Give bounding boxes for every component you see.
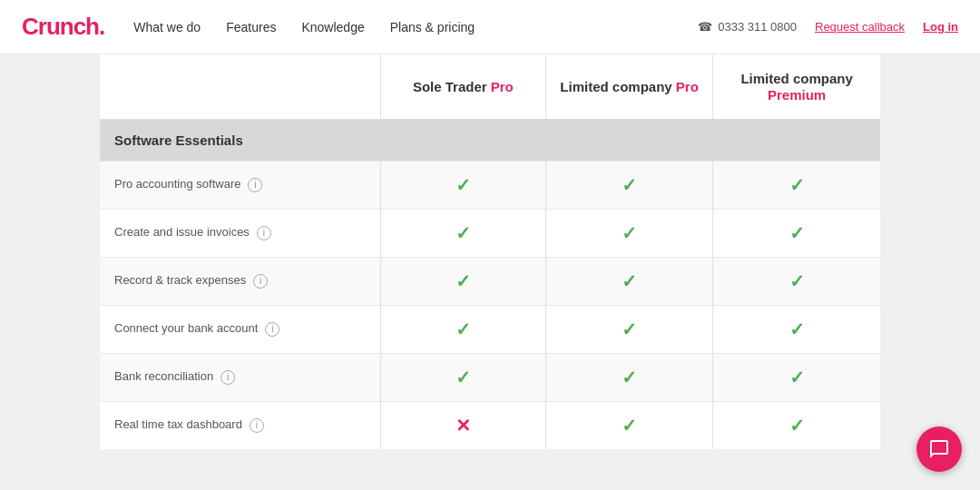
check-cell: ✓ bbox=[545, 257, 712, 305]
table-row: Real time tax dashboard i ✕ ✓ ✓ bbox=[100, 401, 880, 449]
header: Crunch. What we do Features Knowledge Pl… bbox=[0, 0, 980, 54]
table-row: Connect your bank account i ✓ ✓ ✓ bbox=[100, 305, 880, 353]
feature-label-cell: Connect your bank account i bbox=[100, 305, 380, 353]
feature-label-cell: Bank reconciliation i bbox=[100, 353, 380, 401]
nav-what-we-do[interactable]: What we do bbox=[133, 20, 201, 34]
logo: Crunch. bbox=[22, 13, 104, 41]
check-cell: ✓ bbox=[545, 161, 712, 209]
nav: What we do Features Knowledge Plans & pr… bbox=[133, 20, 698, 34]
table-row: Bank reconciliation i ✓ ✓ ✓ bbox=[100, 353, 880, 401]
check-cell: ✓ bbox=[380, 257, 545, 305]
info-icon[interactable]: i bbox=[220, 370, 235, 385]
limited-company-pro-header: Limited company Pro bbox=[545, 54, 712, 119]
check-cell: ✓ bbox=[380, 161, 545, 209]
feature-label-cell: Record & track expenses i bbox=[100, 257, 380, 305]
feature-label-cell: Create and issue invoices i bbox=[100, 209, 380, 257]
info-icon[interactable]: i bbox=[257, 226, 271, 240]
info-icon[interactable]: i bbox=[265, 322, 279, 337]
check-cell: ✓ bbox=[545, 305, 712, 353]
check-cell: ✓ bbox=[380, 353, 545, 401]
check-cell: ✓ bbox=[713, 305, 880, 353]
check-cell: ✓ bbox=[713, 353, 880, 401]
table-row: Create and issue invoices i ✓ ✓ ✓ bbox=[100, 209, 880, 257]
check-cell: ✓ bbox=[713, 209, 880, 257]
column-header-row: Sole Trader Pro Limited company Pro Limi… bbox=[100, 54, 880, 119]
login-link[interactable]: Log in bbox=[923, 20, 958, 34]
info-icon[interactable]: i bbox=[253, 274, 268, 289]
check-cell: ✓ bbox=[545, 401, 712, 449]
chat-button[interactable] bbox=[916, 426, 962, 472]
chat-icon bbox=[928, 438, 950, 460]
main-content: Sole Trader Pro Limited company Pro Limi… bbox=[0, 54, 980, 490]
phone-icon: ☎ bbox=[698, 20, 712, 34]
sole-trader-pro-header: Sole Trader Pro bbox=[380, 54, 545, 119]
info-icon[interactable]: i bbox=[250, 418, 264, 433]
table-row: Pro accounting software i ✓ ✓ ✓ bbox=[100, 161, 880, 209]
feature-label-cell: Pro accounting software i bbox=[100, 161, 380, 209]
check-cell: ✓ bbox=[713, 257, 880, 305]
section-header-row: Software Essentials bbox=[100, 119, 880, 161]
check-cell: ✓ bbox=[713, 161, 880, 209]
feature-label-cell: Real time tax dashboard i bbox=[100, 401, 380, 449]
phone-number: ☎ 0333 311 0800 bbox=[698, 20, 797, 34]
nav-features[interactable]: Features bbox=[226, 20, 276, 34]
check-cell: ✓ bbox=[545, 353, 712, 401]
pricing-table: Sole Trader Pro Limited company Pro Limi… bbox=[100, 54, 880, 449]
request-callback-link[interactable]: Request callback bbox=[815, 20, 905, 34]
check-cell: ✓ bbox=[713, 401, 880, 449]
check-cell: ✓ bbox=[380, 305, 545, 353]
check-cell: ✓ bbox=[380, 209, 545, 257]
nav-knowledge[interactable]: Knowledge bbox=[301, 20, 364, 34]
cross-cell: ✕ bbox=[380, 401, 545, 449]
table-row: Record & track expenses i ✓ ✓ ✓ bbox=[100, 257, 880, 305]
section-header-label: Software Essentials bbox=[100, 119, 880, 161]
info-icon[interactable]: i bbox=[248, 178, 262, 192]
header-right: ☎ 0333 311 0800 Request callback Log in bbox=[698, 20, 958, 34]
check-cell: ✓ bbox=[545, 209, 712, 257]
limited-company-premium-header: Limited companyPremium bbox=[713, 54, 880, 119]
nav-plans-pricing[interactable]: Plans & pricing bbox=[390, 20, 475, 34]
